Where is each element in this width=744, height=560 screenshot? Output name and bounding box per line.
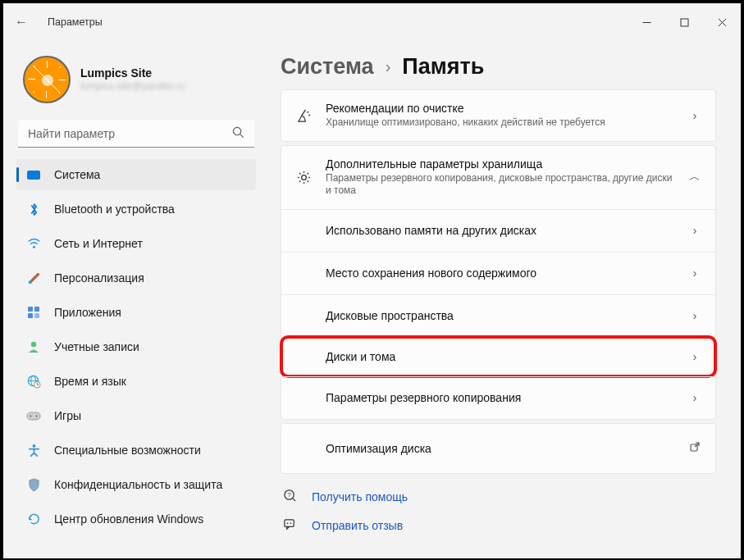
chevron-right-icon: › xyxy=(687,109,702,122)
sidebar-item-privacy[interactable]: Конфиденциальность и защита xyxy=(16,469,256,500)
row-label: Диски и тома xyxy=(326,350,395,363)
svg-line-38 xyxy=(292,498,295,501)
svg-line-33 xyxy=(307,173,308,174)
bluetooth-icon xyxy=(26,202,41,216)
svg-line-5 xyxy=(240,134,244,137)
sidebar-item-label: Специальные возможности xyxy=(54,444,201,457)
svg-point-12 xyxy=(31,342,36,347)
profile-block[interactable]: Lumpics Site lumpics.site@yandex.ru xyxy=(16,41,256,120)
titlebar: ← Параметры xyxy=(3,3,741,41)
profile-name: Lumpics Site xyxy=(80,66,185,81)
card-title: Оптимизация диска xyxy=(326,442,674,455)
feedback-link[interactable]: Отправить отзыв xyxy=(281,517,716,535)
advanced-storage-header[interactable]: Дополнительные параметры хранилища Парам… xyxy=(281,146,715,209)
gear-icon xyxy=(294,170,313,185)
sidebar-item-label: Игры xyxy=(54,409,81,422)
optimize-drives-row[interactable]: Оптимизация диска xyxy=(281,423,716,474)
svg-line-32 xyxy=(307,180,308,181)
sidebar-item-label: Система xyxy=(54,168,100,181)
breadcrumb-parent[interactable]: Система xyxy=(281,54,374,80)
sidebar-item-accessibility[interactable]: Специальные возможности xyxy=(16,435,256,466)
sidebar-item-label: Конфиденциальность и защита xyxy=(54,478,222,491)
svg-point-25 xyxy=(308,115,310,116)
search-icon xyxy=(232,126,244,141)
link-label[interactable]: Получить помощь xyxy=(312,490,408,503)
chevron-right-icon: › xyxy=(386,57,391,76)
chevron-right-icon: › xyxy=(687,391,702,404)
sidebar-nav: Система Bluetooth и устройства Сеть и Ин… xyxy=(16,159,256,535)
search-box[interactable] xyxy=(18,120,254,148)
card-title: Рекомендации по очистке xyxy=(326,102,674,115)
shield-icon xyxy=(26,477,41,492)
sidebar-item-apps[interactable]: Приложения xyxy=(16,297,256,328)
close-button[interactable] xyxy=(703,9,741,35)
app-title: Параметры xyxy=(48,16,103,28)
sidebar-item-system[interactable]: Система xyxy=(16,159,256,190)
person-icon xyxy=(26,339,41,354)
sidebar-item-label: Центр обновления Windows xyxy=(54,512,203,526)
advanced-storage-group: Дополнительные параметры хранилища Парам… xyxy=(281,145,716,420)
sidebar-item-gaming[interactable]: Игры xyxy=(16,400,256,431)
svg-rect-10 xyxy=(28,313,33,318)
link-label[interactable]: Отправить отзыв xyxy=(312,519,403,532)
window-controls xyxy=(628,9,741,35)
card-subtitle: Хранилище оптимизировано, никаких действ… xyxy=(326,116,674,130)
update-icon xyxy=(26,512,41,526)
row-label: Использовано памяти на других дисках xyxy=(326,224,536,237)
chevron-right-icon: › xyxy=(687,350,702,363)
cleanup-recommendations-row[interactable]: Рекомендации по очистке Хранилище оптими… xyxy=(281,89,716,142)
svg-point-26 xyxy=(301,175,306,180)
search-input[interactable] xyxy=(28,127,232,140)
backup-options-row[interactable]: Параметры резервного копирования › xyxy=(281,376,715,419)
svg-point-6 xyxy=(32,246,34,248)
page-title: Память xyxy=(402,54,484,80)
svg-text:?: ? xyxy=(287,491,290,499)
svg-line-23 xyxy=(301,110,305,116)
sidebar-item-personalization[interactable]: Персонализация xyxy=(16,262,256,294)
sidebar-item-bluetooth[interactable]: Bluetooth и устройства xyxy=(16,193,256,225)
breadcrumb: Система › Память xyxy=(281,54,716,80)
sidebar-item-time[interactable]: Время и язык xyxy=(16,366,256,397)
footer-links: ? Получить помощь Отправить отзыв xyxy=(281,489,716,535)
svg-point-40 xyxy=(286,522,288,524)
card-title: Дополнительные параметры хранилища xyxy=(326,157,674,171)
svg-rect-39 xyxy=(284,520,293,527)
storage-other-drives-row[interactable]: Использовано памяти на других дисках › xyxy=(281,209,715,252)
sidebar-item-label: Учетные записи xyxy=(54,340,139,353)
sidebar-item-label: Приложения xyxy=(54,306,121,319)
svg-rect-19 xyxy=(27,412,40,420)
globe-clock-icon xyxy=(26,374,41,389)
save-location-row[interactable]: Место сохранения нового содержимого › xyxy=(281,252,715,294)
gamepad-icon xyxy=(26,408,41,423)
sidebar-item-accounts[interactable]: Учетные записи xyxy=(16,331,256,362)
svg-line-34 xyxy=(299,180,300,181)
broom-icon xyxy=(294,107,313,123)
disks-volumes-row[interactable]: Диски и тома › xyxy=(280,335,717,378)
sidebar-item-label: Bluetooth и устройства xyxy=(54,203,175,216)
row-label: Дисковые пространства xyxy=(326,309,454,322)
sidebar-item-network[interactable]: Сеть и Интернет xyxy=(16,228,256,259)
svg-rect-9 xyxy=(34,307,39,312)
svg-point-22 xyxy=(32,444,35,447)
storage-spaces-row[interactable]: Дисковые пространства › xyxy=(281,294,715,337)
sidebar-item-update[interactable]: Центр обновления Windows xyxy=(16,503,256,535)
profile-email: lumpics.site@yandex.ru xyxy=(80,80,185,93)
svg-point-24 xyxy=(307,112,308,113)
brush-icon xyxy=(26,271,41,285)
monitor-icon xyxy=(26,167,41,182)
back-button[interactable]: ← xyxy=(13,15,30,30)
sidebar-item-label: Сеть и Интернет xyxy=(54,237,143,250)
minimize-button[interactable] xyxy=(628,9,665,35)
chevron-up-icon: ︿ xyxy=(687,170,702,184)
accessibility-icon xyxy=(26,443,41,458)
sidebar: Lumpics Site lumpics.site@yandex.ru Сист… xyxy=(3,41,266,558)
card-subtitle: Параметры резервного копирования, дисков… xyxy=(326,172,674,198)
get-help-link[interactable]: ? Получить помощь xyxy=(281,489,716,506)
chevron-right-icon: › xyxy=(687,266,702,280)
maximize-button[interactable] xyxy=(665,9,703,35)
svg-point-7 xyxy=(28,280,31,284)
open-external-icon xyxy=(687,441,702,455)
svg-rect-1 xyxy=(681,19,688,26)
chevron-right-icon: › xyxy=(687,224,702,237)
help-icon: ? xyxy=(281,489,299,506)
